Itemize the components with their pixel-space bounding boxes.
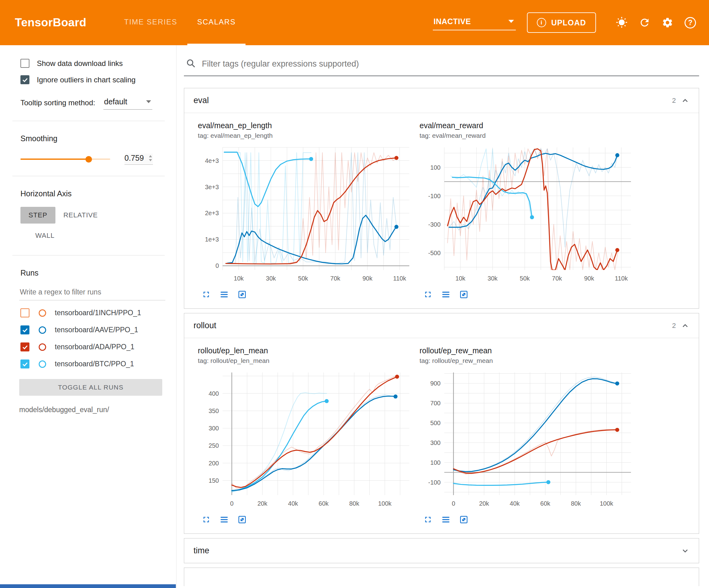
view-data-icon[interactable] — [219, 290, 229, 299]
help-question-mark: ? — [685, 17, 696, 28]
run-checkbox[interactable] — [21, 326, 29, 334]
chart-eval-mean-ep-length: eval/mean_ep_length tag: eval/mean_ep_le… — [198, 121, 415, 299]
svg-text:80k: 80k — [349, 500, 360, 507]
chevron-down-icon[interactable] — [681, 546, 689, 555]
smoothing-value-input[interactable] — [125, 154, 148, 162]
expand-chart-icon[interactable] — [423, 515, 432, 524]
svg-text:50k: 50k — [298, 275, 308, 282]
svg-text:300: 300 — [430, 439, 441, 446]
toggle-all-runs-button[interactable]: TOGGLE ALL RUNS — [19, 379, 162, 396]
search-icon — [186, 58, 196, 69]
run-color-circle-icon — [39, 343, 46, 351]
scalars-main: eval 2 eval/mean_ep_length tag: eval/mea… — [177, 45, 709, 588]
section-eval-header[interactable]: eval 2 — [184, 88, 699, 113]
navbar: TensorBoard TIME SERIES SCALARS INACTIVE… — [0, 0, 709, 45]
tab-time-series[interactable]: TIME SERIES — [114, 0, 187, 45]
svg-text:90k: 90k — [584, 275, 595, 282]
status-dropdown[interactable]: INACTIVE — [433, 15, 516, 30]
chart-tag: tag: eval/mean_reward — [420, 132, 636, 139]
svg-text:2e+3: 2e+3 — [205, 210, 219, 216]
show-download-links-checkbox[interactable] — [21, 59, 29, 68]
run-label: tensorboard/ADA/PPO_1 — [55, 343, 134, 351]
settings-gear-icon[interactable] — [662, 17, 674, 28]
filter-tags-input[interactable] — [202, 59, 697, 69]
fit-domain-icon[interactable] — [459, 515, 468, 524]
brightness-icon[interactable] — [616, 17, 628, 28]
svg-text:500: 500 — [430, 419, 441, 426]
axis-relative-button[interactable]: RELATIVE — [55, 207, 106, 224]
fit-domain-icon[interactable] — [237, 290, 247, 299]
axis-step-button[interactable]: STEP — [21, 207, 55, 224]
line-chart[interactable]: 020k40k60k80k100k-100100300500700900 — [420, 368, 635, 511]
expand-chart-icon[interactable] — [423, 290, 432, 299]
ignore-outliers-label: Ignore outliers in chart scaling — [37, 76, 136, 84]
svg-text:10k: 10k — [455, 275, 466, 282]
svg-text:30k: 30k — [488, 275, 498, 282]
svg-text:40k: 40k — [288, 500, 298, 507]
section-header-right: 2 — [672, 96, 689, 105]
section-rollout: rollout 2 rollout/ep_len_mean tag: rollo… — [184, 313, 699, 534]
view-data-icon[interactable] — [219, 515, 229, 524]
smoothing-slider-thumb[interactable] — [85, 156, 92, 162]
expand-chart-icon[interactable] — [202, 515, 211, 524]
smoothing-control — [0, 154, 176, 165]
stepper-arrows-icon[interactable] — [148, 154, 153, 162]
smoothing-slider[interactable] — [21, 158, 110, 160]
svg-text:4e+3: 4e+3 — [205, 157, 219, 164]
chart-title: eval/mean_ep_length — [198, 121, 415, 130]
section-time-header[interactable]: time — [184, 538, 699, 563]
line-chart[interactable]: 10k30k50k70k90k110k100-100-300-500 — [420, 143, 635, 285]
svg-text:-500: -500 — [428, 250, 441, 256]
svg-text:0: 0 — [230, 500, 233, 507]
fit-domain-icon[interactable] — [459, 290, 468, 299]
info-icon: i — [537, 18, 546, 27]
chart-rollout-ep-rew-mean: rollout/ep_rew_mean tag: rollout/ep_rew_… — [420, 346, 636, 524]
chart-toolbar — [420, 290, 636, 299]
svg-text:90k: 90k — [363, 275, 373, 282]
refresh-icon[interactable] — [639, 17, 651, 28]
expand-chart-icon[interactable] — [202, 290, 211, 299]
svg-text:60k: 60k — [540, 500, 550, 507]
runs-directory-path: models/debugged_eval_run/ — [19, 406, 176, 414]
run-checkbox[interactable] — [21, 359, 29, 368]
sidebar-divider — [12, 176, 165, 176]
section-eval-body: eval/mean_ep_length tag: eval/mean_ep_le… — [184, 113, 699, 308]
smoothing-slider-fill — [21, 158, 88, 160]
section-rollout-header[interactable]: rollout 2 — [184, 313, 699, 338]
view-data-icon[interactable] — [441, 515, 450, 524]
help-icon[interactable]: ? — [685, 17, 696, 28]
section-eval: eval 2 eval/mean_ep_length tag: eval/mea… — [184, 88, 699, 309]
chevron-up-icon[interactable] — [681, 322, 689, 330]
svg-text:-300: -300 — [428, 221, 441, 228]
line-chart[interactable]: 020k40k60k80k100k150200250300350400 — [198, 368, 413, 511]
line-chart[interactable]: 10k30k50k70k90k110k01e+32e+33e+34e+3 — [198, 143, 413, 285]
tab-scalars[interactable]: SCALARS — [187, 0, 246, 45]
run-checkbox[interactable] — [21, 308, 29, 317]
runs-filter-input[interactable] — [19, 286, 165, 300]
horizontal-axis-heading: Horizontal Axis — [0, 189, 176, 198]
tooltip-sorting-label: Tooltip sorting method: — [21, 98, 103, 108]
horizontal-scrollbar[interactable] — [0, 584, 176, 588]
runs-heading: Runs — [0, 269, 176, 277]
svg-text:150: 150 — [209, 477, 219, 484]
show-download-links-row: Show data download links — [0, 59, 176, 68]
section-title: rollout — [193, 321, 216, 330]
run-label: tensorboard/BTC/PPO_1 — [55, 360, 134, 368]
ignore-outliers-checkbox[interactable] — [21, 75, 29, 84]
svg-text:100k: 100k — [600, 500, 613, 507]
upload-button[interactable]: i UPLOAD — [527, 12, 596, 33]
fit-domain-icon[interactable] — [237, 515, 247, 524]
svg-text:10k: 10k — [234, 275, 244, 282]
svg-text:100k: 100k — [378, 500, 392, 507]
status-label: INACTIVE — [434, 17, 471, 26]
run-checkbox[interactable] — [21, 342, 29, 352]
nav-spacer — [245, 0, 433, 45]
axis-wall-button[interactable]: WALL — [27, 227, 62, 244]
section-header-right: 2 — [672, 322, 689, 330]
svg-text:0: 0 — [215, 262, 219, 269]
svg-text:100: 100 — [430, 459, 441, 466]
view-data-icon[interactable] — [441, 290, 450, 299]
chevron-up-icon[interactable] — [681, 96, 689, 105]
tooltip-sorting-select[interactable]: default — [103, 96, 152, 110]
svg-text:110k: 110k — [615, 275, 628, 282]
